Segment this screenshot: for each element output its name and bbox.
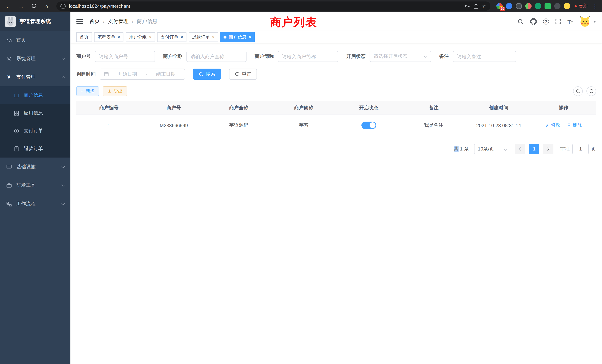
- remark-input[interactable]: [453, 51, 516, 62]
- next-page-button[interactable]: [543, 144, 553, 154]
- password-key-icon[interactable]: [465, 3, 470, 9]
- help-icon[interactable]: ?: [543, 19, 549, 24]
- page-size-value: 10条/页: [478, 146, 494, 152]
- col-actions: 操作: [531, 101, 596, 115]
- tab-user-group[interactable]: 用户分组 ×: [126, 32, 155, 42]
- breadcrumb-separator: /: [132, 19, 133, 24]
- status-toggle[interactable]: [361, 122, 376, 129]
- merchant-no-input[interactable]: [95, 51, 155, 62]
- tab-refund-orders[interactable]: 退款订单 ×: [189, 32, 218, 42]
- status-select[interactable]: 请选择开启状态: [370, 51, 431, 62]
- cell-actions: 修改 删除: [531, 115, 596, 136]
- filter-remark: 备注: [439, 51, 516, 62]
- close-icon[interactable]: ×: [212, 35, 215, 39]
- extension-icon-5[interactable]: [535, 3, 541, 9]
- prev-page-button[interactable]: [515, 144, 525, 154]
- sidebar-item-payment-orders[interactable]: 支付订单: [0, 122, 70, 140]
- bookmark-star-icon[interactable]: ☆: [482, 3, 486, 9]
- question-glyph: ?: [543, 19, 549, 24]
- extension-icon-4[interactable]: [525, 3, 532, 9]
- add-button-label: 新增: [86, 88, 95, 94]
- toggle-search-button[interactable]: [573, 86, 583, 96]
- tab-merchant-info[interactable]: 商户信息 ×: [220, 32, 255, 42]
- chevron-down-icon: [504, 147, 507, 150]
- breadcrumb-item-home[interactable]: 首页: [89, 18, 100, 25]
- sidebar-toggle-icon[interactable]: [76, 19, 83, 24]
- payment-submenu: 商户信息 应用信息: [0, 86, 70, 158]
- delete-button[interactable]: 删除: [567, 122, 582, 128]
- col-short-name: 商户简称: [271, 101, 336, 115]
- breadcrumb: 首页 / 支付管理 / 商户信息: [89, 18, 158, 25]
- extension-icon-6[interactable]: [545, 3, 551, 9]
- sidebar-item-infrastructure[interactable]: 基础设施: [0, 158, 70, 176]
- sidebar-item-home[interactable]: 首页: [0, 31, 70, 49]
- cell-merchant-no: M233666999: [141, 115, 206, 136]
- close-icon[interactable]: ×: [149, 35, 152, 39]
- sidebar-item-dev-tools[interactable]: 研发工具: [0, 176, 70, 195]
- browser-home-icon[interactable]: ⌂: [42, 2, 50, 10]
- browser-update-button[interactable]: 更新: [575, 3, 588, 9]
- extension-icon-8[interactable]: [564, 3, 570, 9]
- extension-icon-7[interactable]: [554, 3, 560, 9]
- close-icon[interactable]: ×: [249, 35, 251, 39]
- filter-short-name: 商户简称: [255, 51, 338, 62]
- page-1-button[interactable]: 1: [529, 144, 539, 154]
- sidebar-item-refund-orders[interactable]: 退款订单: [0, 140, 70, 158]
- app-logo[interactable]: 芋道管理系统: [0, 12, 70, 31]
- tab-label: 流程表单: [97, 34, 115, 40]
- browser-reload-icon[interactable]: [30, 2, 38, 10]
- cell-full-name: 芋道源码: [206, 115, 271, 136]
- close-icon[interactable]: ×: [118, 35, 120, 39]
- share-icon[interactable]: [473, 3, 479, 9]
- goto-page-input[interactable]: [572, 144, 589, 154]
- monitor-icon: [6, 164, 12, 170]
- breadcrumb-item-payment[interactable]: 支付管理: [108, 18, 129, 25]
- plus-icon: +: [81, 89, 83, 94]
- export-button[interactable]: 导出: [103, 86, 127, 96]
- add-button[interactable]: + 新增: [76, 86, 99, 96]
- chevron-down-icon: [61, 164, 65, 168]
- active-dot-icon: [224, 36, 226, 39]
- font-size-icon[interactable]: TT: [567, 18, 573, 25]
- update-label: 更新: [579, 3, 588, 9]
- search-icon[interactable]: [517, 18, 524, 25]
- sidebar-item-payment[interactable]: ¥ 支付管理: [0, 68, 70, 86]
- flow-icon: [6, 201, 12, 207]
- fullscreen-icon[interactable]: [555, 19, 561, 24]
- address-bar[interactable]: i localhost:1024/pay/merchant ☆: [56, 1, 490, 11]
- sidebar-item-label: 首页: [16, 37, 26, 43]
- tab-process-form[interactable]: 流程表单 ×: [94, 32, 123, 42]
- sidebar-item-merchant-info[interactable]: 商户信息: [0, 86, 70, 104]
- extension-icon-2[interactable]: [506, 3, 512, 9]
- filter-label: 创建时间: [76, 71, 96, 77]
- tab-home[interactable]: 首页: [76, 32, 92, 42]
- grid-icon: [13, 110, 19, 116]
- tab-payment-orders[interactable]: 支付订单 ×: [157, 32, 186, 42]
- extension-icon-1[interactable]: 10: [496, 3, 503, 9]
- full-name-input[interactable]: [186, 51, 247, 62]
- search-button[interactable]: 搜索: [193, 69, 221, 80]
- page-number: 1: [533, 146, 536, 152]
- calendar-icon: [104, 72, 109, 77]
- page-size-select[interactable]: 10条/页: [474, 144, 511, 154]
- edit-button[interactable]: 修改: [545, 122, 560, 128]
- sidebar-item-app-info[interactable]: 应用信息: [0, 104, 70, 122]
- refresh-table-button[interactable]: [586, 86, 596, 96]
- url-text[interactable]: localhost:1024/pay/merchant: [69, 3, 461, 9]
- close-icon[interactable]: ×: [181, 35, 183, 39]
- short-name-input[interactable]: [278, 51, 338, 62]
- sidebar-item-system[interactable]: 系统管理: [0, 49, 70, 68]
- page-unit-label: 页: [591, 146, 596, 152]
- browser-back-icon[interactable]: ←: [4, 2, 13, 10]
- reset-button[interactable]: 重置: [229, 69, 257, 80]
- browser-forward-icon[interactable]: →: [17, 2, 25, 10]
- github-icon[interactable]: [530, 18, 537, 25]
- edit-button-label: 修改: [551, 122, 560, 128]
- browser-menu-icon[interactable]: ⋮: [592, 3, 598, 9]
- site-info-icon[interactable]: i: [60, 3, 66, 9]
- sidebar-item-workflow[interactable]: 工作流程: [0, 195, 70, 213]
- user-menu[interactable]: [579, 16, 596, 27]
- main-area: 首页 / 支付管理 / 商户信息 商户列表: [70, 12, 602, 364]
- date-range-picker[interactable]: 开始日期 - 结束日期: [100, 69, 185, 80]
- extension-icon-3[interactable]: [516, 3, 522, 9]
